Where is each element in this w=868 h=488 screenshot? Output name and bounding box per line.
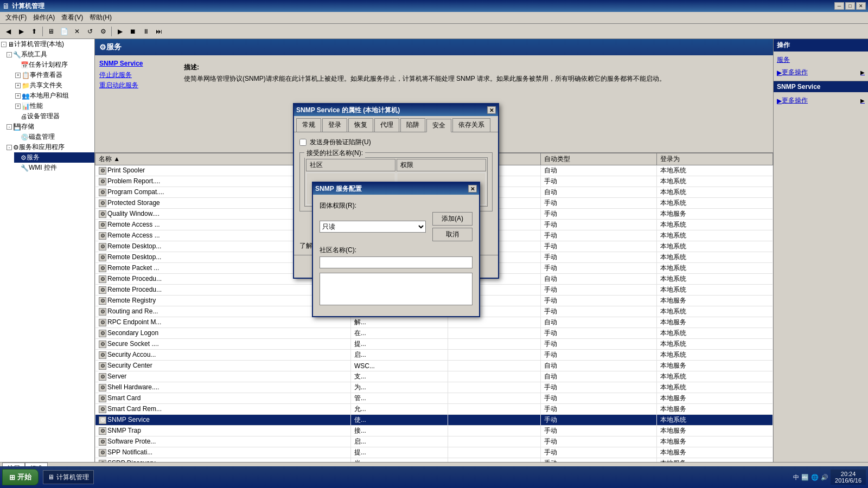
table-row[interactable]: ⚙Security Accou... 启... 手动 本地系统 — [95, 350, 773, 361]
snmp-service-name[interactable]: SNMP Service — [99, 60, 175, 67]
config-cancel-btn[interactable]: 取消 — [432, 228, 473, 241]
table-row[interactable]: ⚙Secondary Logon 在... 手动 本地系统 — [95, 328, 773, 339]
tab-deps[interactable]: 依存关系 — [452, 118, 490, 132]
tab-recovery[interactable]: 恢复 — [348, 118, 373, 132]
tree-users-groups[interactable]: + 👥 本地用户和组 — [14, 91, 94, 101]
minimize-button[interactable]: ─ — [834, 2, 844, 10]
tree-disk-manager[interactable]: 💿 磁盘管理 — [14, 132, 94, 142]
toolbar-refresh[interactable]: ↺ — [84, 25, 96, 37]
community-name-input[interactable] — [320, 256, 473, 268]
table-row[interactable]: ⚙Security Center WSC... 自动 本地服务 — [95, 361, 773, 371]
svc-name[interactable]: ⚙SPP Notificati... — [95, 447, 351, 458]
toolbar-up[interactable]: ⬆ — [28, 25, 40, 37]
svc-name[interactable]: ⚙SSDP Discovery — [95, 458, 351, 463]
tree-root[interactable]: - 🖥 计算机管理(本地) — [0, 39, 94, 49]
table-row[interactable]: ⚙Smart Card 管... 手动 本地服务 — [95, 393, 773, 404]
table-row[interactable]: ⚙RPC Endpoint M... 解... 自动 本地服务 — [95, 317, 773, 328]
tree-task-scheduler[interactable]: 📅 任务计划程序 — [14, 60, 94, 70]
menu-help[interactable]: 帮助(H) — [86, 12, 115, 23]
expand-svcapp[interactable]: - — [7, 145, 12, 150]
table-row[interactable]: ⚙SSDP Discovery 当... 手动 本地服务 — [95, 458, 773, 463]
props-close-btn[interactable]: ✕ — [487, 106, 496, 114]
more-actions-2[interactable]: ▶ 更多操作 ▶ — [774, 94, 868, 107]
toolbar-play[interactable]: ▶ — [114, 25, 126, 37]
compman-icon: 🖥 — [48, 473, 54, 481]
toolbar-delete[interactable]: ✕ — [71, 25, 83, 37]
col-startup[interactable]: 自动类型 — [541, 153, 657, 165]
tree-event-viewer[interactable]: + 📋 事件查看器 — [14, 70, 94, 80]
toolbar-next[interactable]: ⏭ — [153, 25, 165, 37]
toolbar-back[interactable]: ◀ — [2, 25, 14, 37]
toolbar-forward[interactable]: ▶ — [15, 25, 27, 37]
svc-name[interactable]: ⚙Security Accou... — [95, 350, 351, 361]
send-auth-trap-checkbox[interactable] — [299, 139, 307, 146]
tree-wmi[interactable]: 🔧 WMI 控件 — [14, 163, 94, 173]
table-row[interactable]: ⚙SNMP Service 使... 手动 本地系统 — [95, 415, 773, 426]
toolbar-gear[interactable]: ⚙ — [97, 25, 109, 37]
more-actions-1[interactable]: ▶ 更多操作 ▶ — [774, 66, 868, 79]
toolbar-pause[interactable]: ⏸ — [140, 25, 152, 37]
tab-login[interactable]: 登录 — [322, 118, 347, 132]
storage-label: 存储 — [21, 122, 34, 131]
tab-trap[interactable]: 陷阱 — [400, 118, 425, 132]
svc-name[interactable]: ⚙Smart Card — [95, 393, 351, 404]
toolbar-doc[interactable]: 📄 — [58, 25, 70, 37]
svc-name[interactable]: ⚙SNMP Trap — [95, 426, 351, 436]
table-row[interactable]: ⚙Shell Hardware.... 为... 手动 本地系统 — [95, 382, 773, 393]
stop-service-link[interactable]: 停止此服务 — [99, 70, 175, 80]
table-row[interactable]: ⚙Software Prote... 启... 手动 本地服务 — [95, 436, 773, 447]
start-button[interactable]: ⊞ 开始 — [2, 469, 39, 485]
svc-logon: 本地系统 — [657, 165, 773, 176]
col-logon[interactable]: 登录为 — [657, 153, 773, 165]
expand-evt[interactable]: + — [15, 73, 21, 78]
svc-name[interactable]: ⚙RPC Endpoint M... — [95, 317, 351, 328]
svc-logon: 本地服务 — [657, 209, 773, 220]
table-row[interactable]: ⚙Secure Socket .... 提... 手动 本地系统 — [95, 339, 773, 350]
expand-users[interactable]: + — [15, 93, 21, 99]
tree-shared-folders[interactable]: + 📁 共享文件夹 — [14, 80, 94, 91]
svc-name[interactable]: ⚙Server — [95, 371, 351, 382]
svc-name[interactable]: ⚙Secure Socket .... — [95, 339, 351, 350]
svc-logon: 本地系统 — [657, 371, 773, 382]
tab-security[interactable]: 安全 — [426, 119, 451, 132]
svc-name[interactable]: ⚙Security Center — [95, 361, 351, 371]
taskbar-item-compman[interactable]: 🖥 计算机管理 — [43, 470, 94, 484]
expand-share[interactable]: + — [15, 83, 21, 88]
config-listbox[interactable] — [320, 273, 473, 305]
tree-storage[interactable]: - 💾 存储 — [5, 121, 94, 132]
expand-sys[interactable]: - — [7, 52, 12, 57]
perm-select[interactable]: 只读 读写 读创建 通知 无 — [320, 221, 426, 233]
menu-action[interactable]: 操作(A) — [30, 12, 58, 23]
table-row[interactable]: ⚙SPP Notificati... 提... 手动 本地服务 — [95, 447, 773, 458]
table-row[interactable]: ⚙Server 支... 自动 本地系统 — [95, 371, 773, 382]
svc-name[interactable]: ⚙Shell Hardware.... — [95, 382, 351, 393]
maximize-button[interactable]: □ — [845, 2, 855, 10]
expand-root[interactable]: - — [1, 42, 7, 47]
menu-view[interactable]: 查看(V) — [58, 12, 86, 23]
clock[interactable]: 20:24 2016/6/16 — [831, 470, 866, 485]
tree-performance[interactable]: + 📊 性能 — [14, 101, 94, 111]
window-controls: ─ □ ✕ — [834, 2, 866, 10]
expand-storage[interactable]: - — [7, 124, 12, 130]
action-section2-title: SNMP Service — [774, 81, 868, 92]
restart-service-link[interactable]: 重启动此服务 — [99, 81, 175, 90]
toolbar-stop[interactable]: ⏹ — [127, 25, 139, 37]
svc-name[interactable]: ⚙Smart Card Rem... — [95, 404, 351, 415]
toolbar-computer[interactable]: 🖥 — [45, 25, 57, 37]
tab-general[interactable]: 常规 — [296, 118, 321, 132]
tree-services[interactable]: ⚙ 服务 — [14, 152, 94, 163]
svc-name[interactable]: ⚙Secondary Logon — [95, 328, 351, 339]
expand-perf[interactable]: + — [15, 104, 21, 109]
tree-system-tools[interactable]: - 🔧 系统工具 — [5, 49, 94, 60]
config-close-btn[interactable]: ✕ — [468, 185, 477, 192]
tree-services-apps[interactable]: - ⚙ 服务和应用程序 — [5, 142, 94, 152]
config-add-btn[interactable]: 添加(A) — [432, 212, 473, 226]
tab-agent[interactable]: 代理 — [374, 118, 399, 132]
table-row[interactable]: ⚙SNMP Trap 接... 手动 本地服务 — [95, 426, 773, 436]
tree-device-manager[interactable]: 🖨 设备管理器 — [14, 111, 94, 121]
close-button[interactable]: ✕ — [856, 2, 866, 10]
table-row[interactable]: ⚙Smart Card Rem... 允... 手动 本地服务 — [95, 404, 773, 415]
svc-name[interactable]: ⚙Software Prote... — [95, 436, 351, 447]
menu-file[interactable]: 文件(F) — [2, 12, 30, 23]
svc-name[interactable]: ⚙SNMP Service — [95, 415, 351, 426]
